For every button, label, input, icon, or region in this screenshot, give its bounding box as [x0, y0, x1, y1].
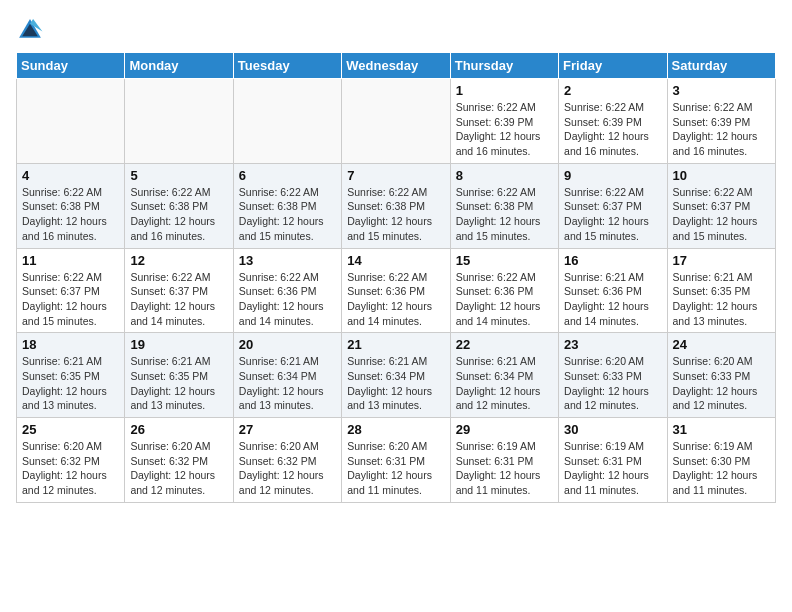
day-info: Sunrise: 6:22 AMSunset: 6:36 PMDaylight:… [239, 270, 336, 329]
day-info: Sunrise: 6:19 AMSunset: 6:30 PMDaylight:… [673, 439, 770, 498]
day-number: 30 [564, 422, 661, 437]
day-info: Sunrise: 6:20 AMSunset: 6:32 PMDaylight:… [239, 439, 336, 498]
day-info: Sunrise: 6:22 AMSunset: 6:37 PMDaylight:… [22, 270, 119, 329]
day-number: 14 [347, 253, 444, 268]
calendar-cell [342, 79, 450, 164]
calendar-cell: 21Sunrise: 6:21 AMSunset: 6:34 PMDayligh… [342, 333, 450, 418]
calendar-cell: 24Sunrise: 6:20 AMSunset: 6:33 PMDayligh… [667, 333, 775, 418]
calendar-cell: 30Sunrise: 6:19 AMSunset: 6:31 PMDayligh… [559, 418, 667, 503]
calendar-cell [17, 79, 125, 164]
calendar-cell: 27Sunrise: 6:20 AMSunset: 6:32 PMDayligh… [233, 418, 341, 503]
calendar-cell: 18Sunrise: 6:21 AMSunset: 6:35 PMDayligh… [17, 333, 125, 418]
calendar-cell: 26Sunrise: 6:20 AMSunset: 6:32 PMDayligh… [125, 418, 233, 503]
logo-icon [16, 16, 44, 44]
calendar-week-4: 18Sunrise: 6:21 AMSunset: 6:35 PMDayligh… [17, 333, 776, 418]
calendar-week-1: 1Sunrise: 6:22 AMSunset: 6:39 PMDaylight… [17, 79, 776, 164]
calendar-cell: 9Sunrise: 6:22 AMSunset: 6:37 PMDaylight… [559, 163, 667, 248]
calendar-cell: 15Sunrise: 6:22 AMSunset: 6:36 PMDayligh… [450, 248, 558, 333]
col-header-wednesday: Wednesday [342, 53, 450, 79]
calendar-cell: 19Sunrise: 6:21 AMSunset: 6:35 PMDayligh… [125, 333, 233, 418]
day-number: 24 [673, 337, 770, 352]
calendar-cell: 1Sunrise: 6:22 AMSunset: 6:39 PMDaylight… [450, 79, 558, 164]
day-number: 6 [239, 168, 336, 183]
calendar-cell: 3Sunrise: 6:22 AMSunset: 6:39 PMDaylight… [667, 79, 775, 164]
day-info: Sunrise: 6:22 AMSunset: 6:38 PMDaylight:… [239, 185, 336, 244]
header-row: SundayMondayTuesdayWednesdayThursdayFrid… [17, 53, 776, 79]
day-number: 3 [673, 83, 770, 98]
day-number: 25 [22, 422, 119, 437]
day-number: 20 [239, 337, 336, 352]
day-info: Sunrise: 6:22 AMSunset: 6:39 PMDaylight:… [673, 100, 770, 159]
day-info: Sunrise: 6:22 AMSunset: 6:37 PMDaylight:… [673, 185, 770, 244]
day-info: Sunrise: 6:20 AMSunset: 6:32 PMDaylight:… [22, 439, 119, 498]
calendar-cell: 4Sunrise: 6:22 AMSunset: 6:38 PMDaylight… [17, 163, 125, 248]
day-info: Sunrise: 6:21 AMSunset: 6:34 PMDaylight:… [456, 354, 553, 413]
col-header-monday: Monday [125, 53, 233, 79]
calendar-cell: 23Sunrise: 6:20 AMSunset: 6:33 PMDayligh… [559, 333, 667, 418]
day-number: 10 [673, 168, 770, 183]
day-number: 26 [130, 422, 227, 437]
calendar-cell: 11Sunrise: 6:22 AMSunset: 6:37 PMDayligh… [17, 248, 125, 333]
day-number: 19 [130, 337, 227, 352]
calendar-cell: 7Sunrise: 6:22 AMSunset: 6:38 PMDaylight… [342, 163, 450, 248]
day-number: 8 [456, 168, 553, 183]
day-info: Sunrise: 6:20 AMSunset: 6:31 PMDaylight:… [347, 439, 444, 498]
calendar-table: SundayMondayTuesdayWednesdayThursdayFrid… [16, 52, 776, 503]
calendar-cell: 14Sunrise: 6:22 AMSunset: 6:36 PMDayligh… [342, 248, 450, 333]
day-info: Sunrise: 6:22 AMSunset: 6:36 PMDaylight:… [347, 270, 444, 329]
day-number: 4 [22, 168, 119, 183]
day-info: Sunrise: 6:20 AMSunset: 6:33 PMDaylight:… [673, 354, 770, 413]
calendar-cell: 13Sunrise: 6:22 AMSunset: 6:36 PMDayligh… [233, 248, 341, 333]
logo [16, 16, 48, 44]
col-header-sunday: Sunday [17, 53, 125, 79]
calendar-week-5: 25Sunrise: 6:20 AMSunset: 6:32 PMDayligh… [17, 418, 776, 503]
col-header-friday: Friday [559, 53, 667, 79]
day-number: 23 [564, 337, 661, 352]
calendar-cell [125, 79, 233, 164]
calendar-cell: 6Sunrise: 6:22 AMSunset: 6:38 PMDaylight… [233, 163, 341, 248]
calendar-week-2: 4Sunrise: 6:22 AMSunset: 6:38 PMDaylight… [17, 163, 776, 248]
calendar-body: 1Sunrise: 6:22 AMSunset: 6:39 PMDaylight… [17, 79, 776, 503]
calendar-cell: 12Sunrise: 6:22 AMSunset: 6:37 PMDayligh… [125, 248, 233, 333]
day-info: Sunrise: 6:22 AMSunset: 6:38 PMDaylight:… [130, 185, 227, 244]
day-number: 16 [564, 253, 661, 268]
page-header [16, 16, 776, 44]
day-info: Sunrise: 6:22 AMSunset: 6:38 PMDaylight:… [456, 185, 553, 244]
calendar-cell: 5Sunrise: 6:22 AMSunset: 6:38 PMDaylight… [125, 163, 233, 248]
day-number: 7 [347, 168, 444, 183]
day-info: Sunrise: 6:22 AMSunset: 6:39 PMDaylight:… [564, 100, 661, 159]
col-header-tuesday: Tuesday [233, 53, 341, 79]
calendar-cell [233, 79, 341, 164]
day-number: 15 [456, 253, 553, 268]
calendar-cell: 16Sunrise: 6:21 AMSunset: 6:36 PMDayligh… [559, 248, 667, 333]
day-info: Sunrise: 6:22 AMSunset: 6:39 PMDaylight:… [456, 100, 553, 159]
day-number: 12 [130, 253, 227, 268]
calendar-cell: 29Sunrise: 6:19 AMSunset: 6:31 PMDayligh… [450, 418, 558, 503]
day-number: 28 [347, 422, 444, 437]
day-number: 27 [239, 422, 336, 437]
day-info: Sunrise: 6:21 AMSunset: 6:35 PMDaylight:… [130, 354, 227, 413]
day-number: 29 [456, 422, 553, 437]
day-number: 2 [564, 83, 661, 98]
calendar-cell: 20Sunrise: 6:21 AMSunset: 6:34 PMDayligh… [233, 333, 341, 418]
col-header-thursday: Thursday [450, 53, 558, 79]
day-number: 11 [22, 253, 119, 268]
col-header-saturday: Saturday [667, 53, 775, 79]
day-number: 22 [456, 337, 553, 352]
calendar-cell: 25Sunrise: 6:20 AMSunset: 6:32 PMDayligh… [17, 418, 125, 503]
day-info: Sunrise: 6:22 AMSunset: 6:37 PMDaylight:… [130, 270, 227, 329]
day-info: Sunrise: 6:20 AMSunset: 6:33 PMDaylight:… [564, 354, 661, 413]
day-info: Sunrise: 6:19 AMSunset: 6:31 PMDaylight:… [456, 439, 553, 498]
day-info: Sunrise: 6:22 AMSunset: 6:38 PMDaylight:… [22, 185, 119, 244]
day-info: Sunrise: 6:22 AMSunset: 6:36 PMDaylight:… [456, 270, 553, 329]
day-info: Sunrise: 6:21 AMSunset: 6:34 PMDaylight:… [239, 354, 336, 413]
day-info: Sunrise: 6:21 AMSunset: 6:35 PMDaylight:… [22, 354, 119, 413]
calendar-cell: 17Sunrise: 6:21 AMSunset: 6:35 PMDayligh… [667, 248, 775, 333]
day-number: 18 [22, 337, 119, 352]
day-number: 9 [564, 168, 661, 183]
calendar-cell: 2Sunrise: 6:22 AMSunset: 6:39 PMDaylight… [559, 79, 667, 164]
calendar-cell: 22Sunrise: 6:21 AMSunset: 6:34 PMDayligh… [450, 333, 558, 418]
day-info: Sunrise: 6:21 AMSunset: 6:35 PMDaylight:… [673, 270, 770, 329]
day-info: Sunrise: 6:20 AMSunset: 6:32 PMDaylight:… [130, 439, 227, 498]
day-number: 17 [673, 253, 770, 268]
